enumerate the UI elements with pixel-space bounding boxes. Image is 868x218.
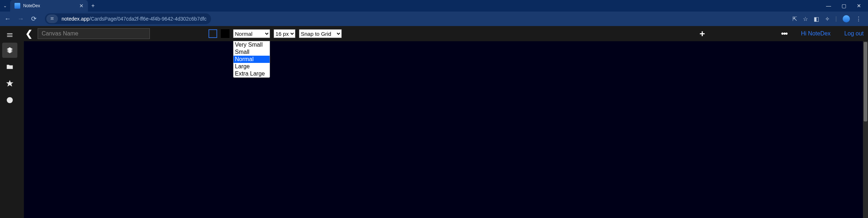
maximize-icon[interactable]: ▢ [840,3,847,9]
size-option-extra-large[interactable]: Extra Large [233,70,270,77]
clock-icon[interactable] [2,93,17,108]
back-chevron-icon[interactable]: ❮ [24,29,34,39]
browser-chrome: ⌄ NoteDex ✕ + — ▢ ✕ ← → ⟳ notedex.app/Ca… [0,0,868,26]
window-controls: — ▢ ✕ [819,3,868,9]
app-root: ❮ Normal Very Small Small Normal Large E… [0,26,868,218]
greeting-link[interactable]: Hi NoteDex [801,30,831,37]
hamburger-menu-icon[interactable] [2,29,17,41]
url-host: notedex.app [62,16,89,22]
close-window-icon[interactable]: ✕ [856,3,862,9]
bookmark-icon[interactable]: ☆ [803,16,808,22]
open-external-icon[interactable]: ⇱ [792,16,797,22]
reload-icon[interactable]: ⟳ [30,15,38,23]
reader-icon[interactable]: ◧ [814,16,819,22]
stroke-color-swatch[interactable] [208,29,217,38]
size-option-very-small[interactable]: Very Small [233,41,270,48]
back-icon[interactable]: ← [4,15,12,23]
minimize-icon[interactable]: — [825,3,832,9]
size-select[interactable]: Normal [233,29,270,38]
address-bar: ← → ⟳ notedex.app/CardsPage/047cda2f-ff6… [0,12,868,26]
extensions-icon[interactable]: ✧ [825,16,830,22]
app-toolbar: ❮ Normal Very Small Small Normal Large E… [20,26,868,41]
size-option-small[interactable]: Small [233,48,270,56]
url-path: /CardsPage/047cda2f-ff6e-4f4b-9642-4d302… [89,16,207,22]
kebab-menu-icon[interactable]: ⋮ [856,16,861,22]
more-menu-icon[interactable]: ••• [781,29,787,38]
size-select-dropdown[interactable]: Very Small Small Normal Large Extra Larg… [233,41,270,78]
snap-select[interactable]: Snap to Grid [299,29,342,38]
size-option-large[interactable]: Large [233,63,270,70]
canvas-name-input[interactable] [38,28,150,39]
size-option-normal[interactable]: Normal [233,56,270,63]
tab-list-caret-icon[interactable]: ⌄ [0,3,10,8]
fill-color-swatch[interactable] [221,29,229,38]
browser-tab[interactable]: NoteDex ✕ [10,0,88,12]
main-area: ❮ Normal Very Small Small Normal Large E… [20,26,868,218]
new-tab-button[interactable]: + [88,3,98,9]
tab-title: NoteDex [23,3,76,8]
px-select[interactable]: 16 px [274,29,295,38]
url-pill[interactable]: notedex.app/CardsPage/047cda2f-ff6e-4f4b… [45,13,211,24]
logout-link[interactable]: Log out [844,30,864,37]
star-icon[interactable] [2,76,17,91]
url-text: notedex.app/CardsPage/047cda2f-ff6e-4f4b… [58,16,211,22]
profile-avatar-icon[interactable] [843,15,850,22]
sidebar [0,26,20,218]
site-info-icon[interactable] [46,14,58,23]
vertical-scrollbar[interactable] [863,41,868,218]
separator: | [835,16,837,22]
layers-icon[interactable] [2,43,17,58]
canvas-wrap [20,41,868,218]
add-button[interactable]: + [700,28,705,39]
scrollbar-thumb[interactable] [864,42,867,121]
favicon-icon [14,3,20,9]
folder-icon[interactable] [2,59,17,74]
close-tab-icon[interactable]: ✕ [79,3,84,9]
tab-bar: ⌄ NoteDex ✕ + — ▢ ✕ [0,0,868,12]
forward-icon[interactable]: → [17,15,25,23]
canvas[interactable] [24,41,863,218]
